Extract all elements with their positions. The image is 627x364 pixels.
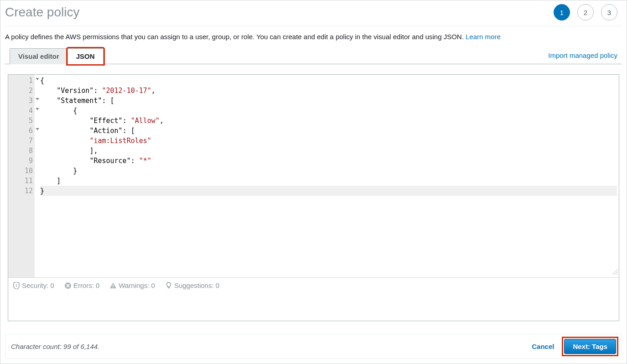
svg-rect-1 (16, 285, 16, 287)
footer-actions: Cancel Next: Tags (527, 339, 616, 354)
resize-handle-icon[interactable] (610, 269, 618, 277)
editor-gutter: 123456789101112 (8, 75, 35, 277)
line-number: 9 (8, 156, 35, 166)
line-number: 3 (8, 96, 35, 106)
status-errors: Errors: 0 (64, 282, 100, 289)
code-line[interactable]: "iam:ListRoles" (40, 136, 617, 146)
code-line[interactable]: "Effect": "Allow", (40, 116, 617, 126)
line-number: 12 (8, 186, 35, 196)
svg-point-0 (16, 284, 17, 285)
code-line[interactable]: } (40, 166, 617, 176)
import-managed-policy-link[interactable]: Import managed policy (548, 51, 617, 64)
line-number: 4 (8, 106, 35, 116)
tabs: Visual editor JSON (10, 48, 103, 64)
description: A policy defines the AWS permissions tha… (0, 26, 627, 46)
editor-status-bar: Security: 0 Errors: 0 Warnings: 0 Sugges… (8, 277, 619, 293)
header: Create policy 1 2 3 (0, 0, 627, 26)
line-number: 7 (8, 136, 35, 146)
next-button-highlight: Next: Tags (564, 339, 616, 354)
wizard-step-3[interactable]: 3 (601, 4, 617, 21)
line-number: 1 (8, 76, 35, 86)
description-text: A policy defines the AWS permissions tha… (5, 33, 466, 41)
code-line[interactable]: } (40, 186, 617, 196)
line-number: 10 (8, 166, 35, 176)
status-security: Security: 0 (13, 282, 54, 289)
wizard-steps: 1 2 3 (554, 4, 622, 21)
warning-icon (109, 282, 117, 289)
wizard-step-1[interactable]: 1 (554, 4, 570, 21)
character-count: Character count: 99 of 6,144. (11, 343, 99, 350)
code-line[interactable]: "Statement": [ (40, 96, 617, 106)
error-icon (64, 282, 72, 289)
status-security-label: Security: 0 (22, 282, 54, 289)
tab-visual-editor[interactable]: Visual editor (10, 48, 68, 64)
line-number: 6 (8, 126, 35, 136)
page-title: Create policy (5, 5, 79, 20)
tab-json[interactable]: JSON (67, 48, 104, 64)
status-warnings-label: Warnings: 0 (119, 282, 155, 289)
editor-body[interactable]: 123456789101112 { "Version": "2012-10-17… (8, 75, 619, 277)
tabs-row: Visual editor JSON Import managed policy (5, 48, 622, 64)
code-line[interactable]: { (40, 106, 617, 116)
editor-code-area[interactable]: { "Version": "2012-10-17", "Statement": … (35, 75, 619, 277)
status-errors-label: Errors: 0 (73, 282, 100, 289)
svg-rect-4 (113, 287, 114, 288)
lightbulb-icon (165, 282, 172, 289)
learn-more-link[interactable]: Learn more (466, 33, 501, 41)
status-suggestions-label: Suggestions: 0 (174, 282, 219, 289)
wizard-step-2[interactable]: 2 (577, 4, 594, 21)
line-number: 8 (8, 146, 35, 156)
next-tags-button[interactable]: Next: Tags (564, 339, 616, 354)
code-line[interactable]: { (40, 76, 617, 86)
line-number: 5 (8, 116, 35, 126)
code-line[interactable]: "Version": "2012-10-17", (40, 86, 617, 96)
svg-rect-3 (113, 284, 114, 287)
line-number: 11 (8, 176, 35, 186)
create-policy-page: Create policy 1 2 3 A policy defines the… (0, 0, 627, 364)
status-warnings: Warnings: 0 (109, 282, 155, 289)
footer: Character count: 99 of 6,144. Cancel Nex… (5, 334, 622, 359)
json-editor: 123456789101112 { "Version": "2012-10-17… (8, 74, 619, 321)
shield-icon (13, 282, 20, 289)
code-line[interactable]: ] (40, 176, 617, 186)
code-line[interactable]: ], (40, 146, 617, 156)
code-line[interactable]: "Action": [ (40, 126, 617, 136)
line-number: 2 (8, 86, 35, 96)
code-line[interactable]: "Resource": "*" (40, 156, 617, 166)
cancel-button[interactable]: Cancel (527, 340, 559, 353)
status-suggestions: Suggestions: 0 (165, 282, 219, 289)
